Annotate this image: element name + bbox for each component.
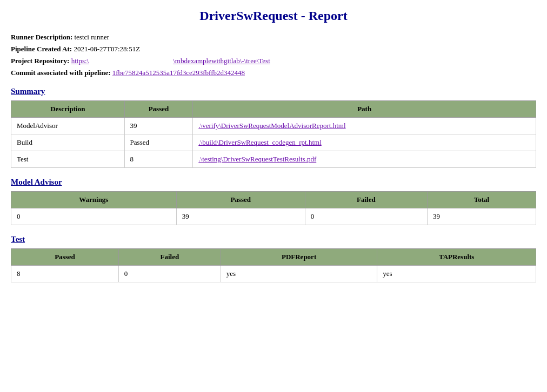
summary-col-path: Path	[193, 101, 536, 118]
test-col-passed: Passed	[11, 249, 119, 266]
test-passed: 8	[11, 266, 119, 282]
summary-col-description: Description	[11, 101, 125, 118]
runner-value: testci runner	[74, 33, 109, 41]
ma-total: 39	[428, 208, 536, 225]
summary-passed: 39	[124, 118, 193, 134]
page-title: DriverSwRequest - Report	[11, 9, 536, 23]
summary-title: Summary	[11, 87, 536, 96]
repo-label: Project Repository:	[11, 57, 69, 65]
summary-path: .\build\DriverSwRequest_codegen_rpt.html	[193, 134, 536, 151]
runner-description: Runner Description: testci runner	[11, 33, 536, 42]
test-title: Test	[11, 235, 536, 244]
table-row: BuildPassed.\build\DriverSwRequest_codeg…	[11, 134, 536, 151]
table-row: ModelAdvisor39.\verify\DriverSwRequestMo…	[11, 118, 536, 134]
project-repository: Project Repository: https:\ \mbdexamplew…	[11, 57, 536, 65]
table-row: 80yesyes	[11, 266, 536, 282]
runner-label: Runner Description:	[11, 33, 72, 41]
ma-col-passed: Passed	[176, 192, 305, 208]
commit-link[interactable]: 1fbe75824a512535a17fd3ce293fbffb2d342448	[112, 69, 245, 77]
pipeline-created-at: Pipeline Created At: 2021-08-27T07:28:51…	[11, 45, 536, 53]
ma-col-warnings: Warnings	[11, 192, 177, 208]
summary-passed: 8	[124, 151, 193, 168]
summary-table: Description Passed Path ModelAdvisor39.\…	[11, 100, 536, 168]
summary-description: Build	[11, 134, 125, 151]
table-row: 039039	[11, 208, 536, 225]
path-link[interactable]: .\testing\DriverSwRequestTestResults.pdf	[198, 155, 316, 163]
test-col-pdf: PDFReport	[221, 249, 377, 266]
commit-info: Commit associated with pipeline: 1fbe758…	[11, 69, 536, 77]
summary-path: .\verify\DriverSwRequestModelAdvisorRepo…	[193, 118, 536, 134]
pipeline-label: Pipeline Created At:	[11, 45, 72, 53]
summary-passed: Passed	[124, 134, 193, 151]
summary-description: Test	[11, 151, 125, 168]
repo-link1[interactable]: https:\	[71, 57, 89, 65]
path-link[interactable]: .\build\DriverSwRequest_codegen_rpt.html	[198, 138, 321, 146]
summary-col-passed: Passed	[124, 101, 193, 118]
commit-label: Commit associated with pipeline:	[11, 69, 111, 77]
model-advisor-table: Warnings Passed Failed Total 039039	[11, 191, 536, 225]
model-advisor-title: Model Advisor	[11, 178, 536, 187]
pipeline-value: 2021-08-27T07:28:51Z	[74, 45, 140, 53]
ma-warnings: 0	[11, 208, 177, 225]
test-failed: 0	[118, 266, 221, 282]
test-col-tap: TAPResults	[377, 249, 536, 266]
summary-description: ModelAdvisor	[11, 118, 125, 134]
test-pdf: yes	[221, 266, 377, 282]
ma-passed: 39	[176, 208, 305, 225]
path-link[interactable]: .\verify\DriverSwRequestModelAdvisorRepo…	[198, 121, 345, 130]
test-table: Passed Failed PDFReport TAPResults 80yes…	[11, 248, 536, 282]
repo-link2[interactable]: \mbdexamplewithgitlab\-\tree\Test	[173, 57, 270, 65]
ma-col-failed: Failed	[305, 192, 427, 208]
ma-failed: 0	[305, 208, 427, 225]
ma-col-total: Total	[428, 192, 536, 208]
summary-path: .\testing\DriverSwRequestTestResults.pdf	[193, 151, 536, 168]
test-col-failed: Failed	[118, 249, 221, 266]
table-row: Test8.\testing\DriverSwRequestTestResult…	[11, 151, 536, 168]
test-tap: yes	[377, 266, 536, 282]
